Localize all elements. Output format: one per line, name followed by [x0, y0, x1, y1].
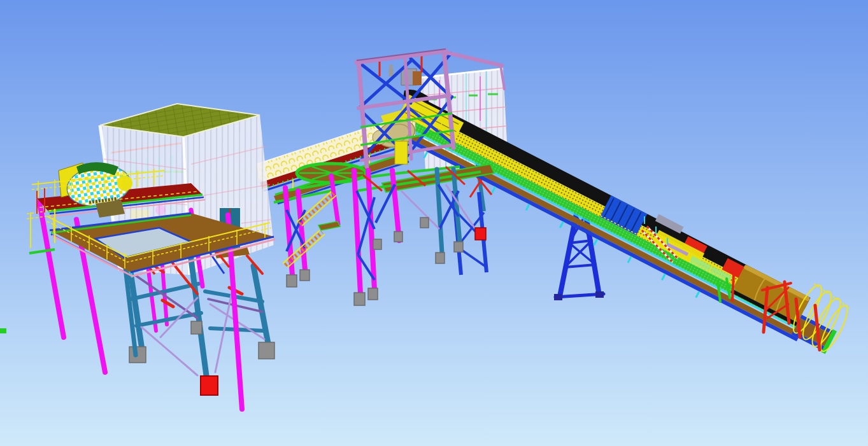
red-footing [201, 376, 218, 395]
model-viewport[interactable] [0, 0, 868, 446]
trestle-base-pad [554, 294, 562, 300]
scene-canvas[interactable] [0, 0, 868, 446]
red-footing-mid [475, 228, 486, 240]
trestle-base-pad [595, 291, 604, 298]
tower-chute-yellow [395, 141, 408, 164]
person-figure [389, 64, 394, 76]
tower-equipment-brown [413, 71, 422, 85]
